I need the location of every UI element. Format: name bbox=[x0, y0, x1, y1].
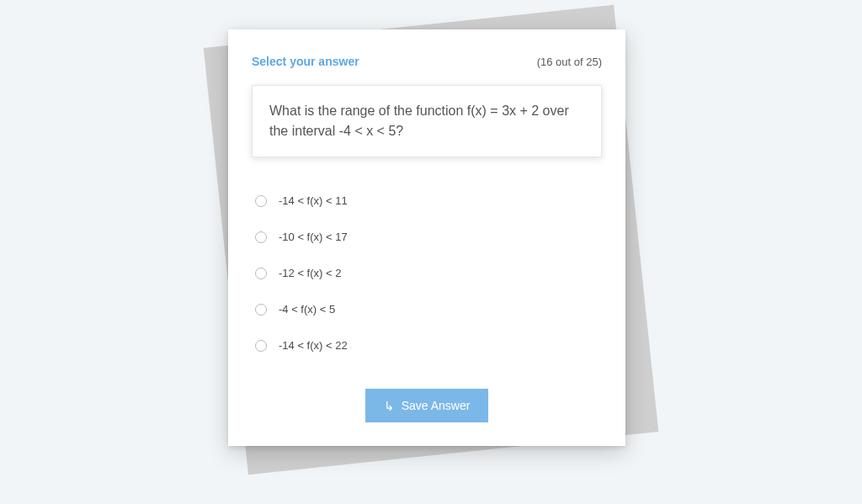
button-row: ↳ Save Answer bbox=[252, 389, 602, 422]
question-box: What is the range of the function f(x) =… bbox=[252, 85, 602, 157]
option-label: -14 < f(x) < 11 bbox=[279, 194, 348, 207]
option-row[interactable]: -14 < f(x) < 11 bbox=[252, 183, 602, 219]
select-answer-label: Select your answer bbox=[252, 55, 359, 68]
option-row[interactable]: -12 < f(x) < 2 bbox=[252, 255, 602, 291]
save-answer-button[interactable]: ↳ Save Answer bbox=[365, 389, 489, 422]
arrow-return-icon: ↳ bbox=[384, 400, 395, 412]
option-row[interactable]: -14 < f(x) < 22 bbox=[252, 327, 602, 363]
option-row[interactable]: -4 < f(x) < 5 bbox=[252, 291, 602, 327]
options-group: -14 < f(x) < 11 -10 < f(x) < 17 -12 < f(… bbox=[252, 183, 602, 363]
radio-icon bbox=[255, 195, 267, 207]
option-label: -12 < f(x) < 2 bbox=[279, 267, 341, 279]
radio-icon bbox=[255, 304, 267, 316]
question-card: Select your answer (16 out of 25) What i… bbox=[228, 29, 625, 446]
radio-icon bbox=[255, 231, 267, 243]
save-button-label: Save Answer bbox=[402, 399, 471, 412]
option-label: -14 < f(x) < 22 bbox=[279, 339, 348, 352]
card-header: Select your answer (16 out of 25) bbox=[252, 55, 602, 68]
radio-icon bbox=[255, 268, 267, 279]
option-label: -4 < f(x) < 5 bbox=[279, 303, 335, 316]
radio-icon bbox=[255, 340, 267, 352]
option-row[interactable]: -10 < f(x) < 17 bbox=[252, 219, 602, 255]
option-label: -10 < f(x) < 17 bbox=[279, 231, 348, 243]
question-text: What is the range of the function f(x) =… bbox=[269, 101, 584, 141]
progress-indicator: (16 out of 25) bbox=[537, 56, 602, 68]
